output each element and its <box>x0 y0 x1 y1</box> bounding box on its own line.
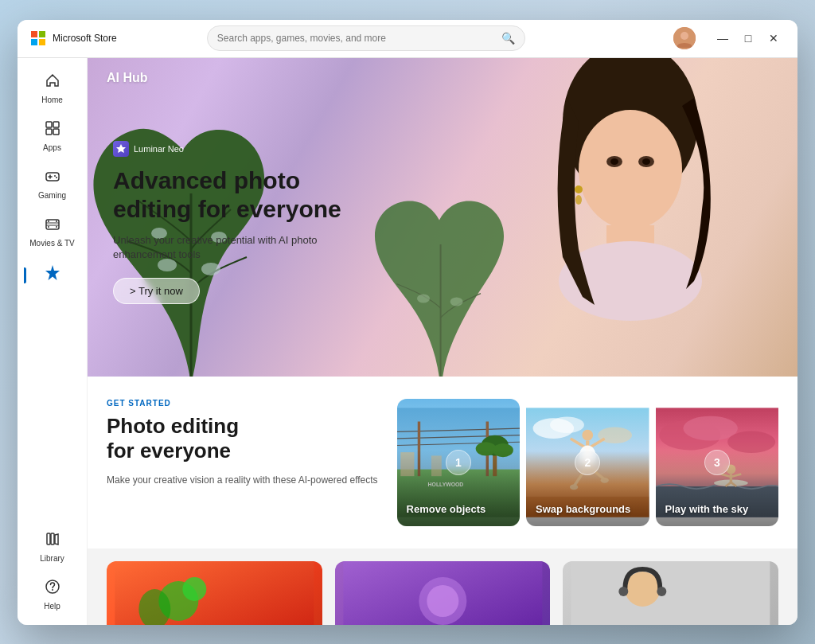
bottom-card-3[interactable] <box>563 561 778 625</box>
svg-point-15 <box>56 221 57 222</box>
card1-label: Remove objects <box>407 503 486 517</box>
app-window: Microsoft Store 🔍 — □ ✕ <box>18 20 797 625</box>
active-indicator <box>24 267 26 283</box>
apps-icon <box>45 120 60 140</box>
feature-card-2[interactable]: 2 Swap backgrounds <box>526 399 649 526</box>
card2-number: 2 <box>575 450 600 475</box>
store-logo <box>30 30 46 46</box>
svg-rect-88 <box>571 561 770 625</box>
hero-app-badge: Luminar Neo <box>113 141 772 157</box>
hero-content: AI Hub Luminar Neo Advanced photo editin… <box>88 58 797 377</box>
card3-number: 3 <box>704 450 730 475</box>
svg-rect-21 <box>47 533 50 544</box>
main-layout: Home Apps <box>18 58 797 625</box>
bottom-previews <box>88 548 797 625</box>
hero-title: Advanced photo editing for everyone <box>113 166 400 224</box>
home-icon <box>45 72 60 92</box>
svg-point-14 <box>48 221 49 222</box>
svg-point-17 <box>56 226 57 228</box>
app-title: Microsoft Store <box>53 33 117 44</box>
search-icon: 🔍 <box>501 32 515 45</box>
maximize-button[interactable]: □ <box>737 27 759 49</box>
card2-label: Swap backgrounds <box>536 503 630 517</box>
feature-card-3[interactable]: 3 Play with the sky <box>656 399 778 526</box>
movies-icon <box>45 216 60 236</box>
svg-point-24 <box>52 589 53 591</box>
luminar-icon <box>113 141 129 157</box>
feature-cards-container: HOLLYWOOD 1 Remove objects <box>397 399 778 526</box>
hero-section: AI Hub Luminar Neo Advanced photo editin… <box>88 58 797 377</box>
bottom-card2-content <box>335 561 551 625</box>
card3-label: Play with the sky <box>665 503 749 517</box>
svg-rect-0 <box>31 31 37 37</box>
feature-card-1[interactable]: HOLLYWOOD 1 Remove objects <box>397 399 520 526</box>
svg-rect-9 <box>53 129 59 135</box>
sidebar-label-help: Help <box>44 602 60 611</box>
svg-marker-20 <box>45 265 60 280</box>
svg-rect-1 <box>39 31 45 37</box>
svg-point-11 <box>54 175 56 177</box>
avatar[interactable] <box>673 27 696 49</box>
bottom-card-1[interactable] <box>107 561 322 625</box>
sidebar-label-movies: Movies & TV <box>29 239 75 248</box>
svg-rect-2 <box>31 39 37 45</box>
search-input[interactable] <box>217 33 498 44</box>
library-icon <box>45 531 60 551</box>
gaming-icon <box>45 168 60 188</box>
sidebar: Home Apps <box>18 58 88 625</box>
sidebar-item-library[interactable]: Library <box>24 525 80 569</box>
svg-rect-6 <box>46 122 52 127</box>
svg-rect-3 <box>39 39 45 45</box>
close-button[interactable]: ✕ <box>762 27 785 49</box>
svg-point-90 <box>619 587 629 596</box>
svg-point-5 <box>680 32 688 40</box>
sidebar-item-apps[interactable]: Apps <box>24 114 80 158</box>
features-title: Photo editing for everyone <box>107 414 378 463</box>
bottom-card3-content <box>563 561 778 625</box>
titlebar: Microsoft Store 🔍 — □ ✕ <box>18 20 797 58</box>
sidebar-label-library: Library <box>40 554 64 563</box>
content-area: AI Hub Luminar Neo Advanced photo editin… <box>88 58 797 625</box>
search-bar[interactable]: 🔍 <box>207 25 525 51</box>
features-description: Make your creative vision a reality with… <box>107 473 378 487</box>
sidebar-label-apps: Apps <box>43 143 61 152</box>
features-tag: GET STARTED <box>107 399 378 408</box>
sidebar-item-help[interactable]: Help <box>24 572 80 617</box>
bottom-card1-content <box>107 561 322 625</box>
svg-rect-8 <box>46 129 52 135</box>
sidebar-item-home[interactable]: Home <box>24 66 80 111</box>
svg-point-12 <box>56 177 57 178</box>
hero-subtitle: Unleash your creative potential with AI … <box>113 233 352 262</box>
ai-icon <box>44 263 61 285</box>
sidebar-item-movies[interactable]: Movies & TV <box>24 209 80 254</box>
app-name: Luminar Neo <box>134 144 184 154</box>
sidebar-item-ai[interactable] <box>24 257 80 295</box>
card1-number: 1 <box>446 450 471 475</box>
minimize-button[interactable]: — <box>712 27 734 49</box>
sidebar-item-gaming[interactable]: Gaming <box>24 162 80 206</box>
sidebar-label-home: Home <box>41 96 63 104</box>
help-icon <box>45 579 60 599</box>
features-section: GET STARTED Photo editing for everyone M… <box>88 377 797 548</box>
svg-point-91 <box>657 587 667 596</box>
svg-point-16 <box>48 226 49 228</box>
svg-point-83 <box>182 577 206 601</box>
window-controls: — □ ✕ <box>712 27 785 49</box>
svg-rect-7 <box>53 122 59 127</box>
hero-section-label: AI Hub <box>107 71 148 85</box>
sidebar-label-gaming: Gaming <box>38 191 66 200</box>
svg-point-87 <box>427 585 458 617</box>
try-it-button[interactable]: > Try it now <box>113 278 200 304</box>
bottom-card-2[interactable] <box>335 561 551 625</box>
features-intro: GET STARTED Photo editing for everyone M… <box>107 399 378 526</box>
titlebar-actions: — □ ✕ <box>673 27 785 49</box>
svg-rect-22 <box>51 533 54 544</box>
